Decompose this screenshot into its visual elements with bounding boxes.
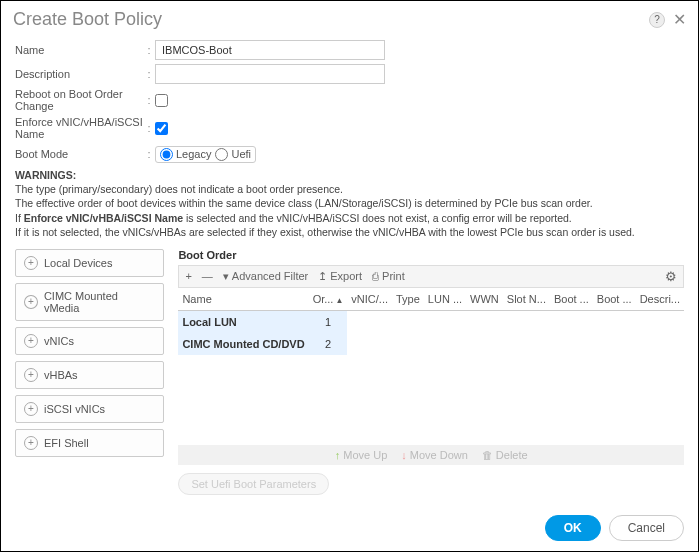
add-button[interactable]: + [185,270,191,282]
table-header-row: Name Or...▲ vNIC/... Type LUN ... WWN Sl… [178,288,684,311]
row-actions: ↑Move Up ↓Move Down 🗑Delete [178,445,684,465]
table-row[interactable]: Local LUN 1 [178,310,684,333]
warning-line-4: If it is not selected, the vNICs/vHBAs a… [15,226,635,238]
filter-label: Advanced Filter [232,270,308,282]
plus-icon: + [24,256,38,270]
advanced-filter-button[interactable]: ▾Advanced Filter [223,270,308,283]
category-iscsi-vnics[interactable]: +iSCSI vNICs [15,395,164,423]
category-label: vHBAs [44,369,78,381]
radio-legacy-label: Legacy [176,148,211,160]
bootmode-radio-group: Legacy Uefi [155,146,256,163]
category-local-devices[interactable]: +Local Devices [15,249,164,277]
reboot-checkbox[interactable] [155,94,168,107]
col-boot1[interactable]: Boot ... [550,288,593,311]
export-label: Export [330,270,362,282]
colon: : [143,44,155,56]
print-label: Print [382,270,405,282]
radio-legacy[interactable]: Legacy [160,148,211,161]
colon: : [143,122,155,134]
gear-icon[interactable]: ⚙ [665,269,677,284]
plus-icon: + [24,295,38,309]
trash-icon: 🗑 [482,449,493,461]
col-order[interactable]: Or...▲ [309,288,348,311]
table-row[interactable]: CIMC Mounted CD/DVD 2 [178,333,684,355]
warning-line-3a: If [15,212,24,224]
row-order: 2 [309,333,348,355]
col-boot2[interactable]: Boot ... [593,288,636,311]
close-icon[interactable]: ✕ [673,10,686,29]
col-slot[interactable]: Slot N... [503,288,550,311]
sort-caret-icon: ▲ [335,296,343,305]
bootmode-label: Boot Mode [15,148,143,160]
warning-line-3c: is selected and the vNIC/vHBA/iSCSI does… [183,212,572,224]
row-name: CIMC Mounted CD/DVD [178,333,308,355]
col-vnic[interactable]: vNIC/... [347,288,392,311]
radio-uefi-label: Uefi [231,148,251,160]
description-input[interactable] [155,64,385,84]
enforce-checkbox[interactable] [155,122,168,135]
category-label: Local Devices [44,257,112,269]
set-uefi-params-button: Set Uefi Boot Parameters [178,473,329,495]
delete-label: Delete [496,449,528,461]
col-wwn[interactable]: WWN [466,288,503,311]
category-efi-shell[interactable]: +EFI Shell [15,429,164,457]
name-input[interactable] [155,40,385,60]
plus-icon: + [24,368,38,382]
plus-icon: + [24,334,38,348]
remove-button[interactable]: — [202,270,213,282]
cancel-button[interactable]: Cancel [609,515,684,541]
print-button[interactable]: ⎙Print [372,270,405,282]
plus-icon: + [24,402,38,416]
warning-line-3b: Enforce vNIC/vHBA/iSCSI Name [24,212,183,224]
move-up-button[interactable]: ↑Move Up [335,449,388,461]
colon: : [143,148,155,160]
ok-button[interactable]: OK [545,515,601,541]
export-icon: ↥ [318,270,327,283]
name-label: Name [15,44,143,56]
warnings-heading: WARNINGS: [15,169,76,181]
plus-icon: + [24,436,38,450]
description-label: Description [15,68,143,80]
category-list: +Local Devices +CIMC Mounted vMedia +vNI… [15,249,164,495]
help-icon[interactable]: ? [649,12,665,28]
category-vhbas[interactable]: +vHBAs [15,361,164,389]
warning-line-2: The effective order of boot devices with… [15,197,593,209]
col-descr[interactable]: Descri... [636,288,684,311]
export-button[interactable]: ↥Export [318,270,362,283]
move-down-button[interactable]: ↓Move Down [401,449,468,461]
col-name[interactable]: Name [178,288,308,311]
boot-order-table: Name Or...▲ vNIC/... Type LUN ... WWN Sl… [178,288,684,355]
move-down-label: Move Down [410,449,468,461]
row-order: 1 [309,310,348,333]
category-label: EFI Shell [44,437,89,449]
warnings-block: WARNINGS: The type (primary/secondary) d… [1,168,698,239]
dialog-title: Create Boot Policy [13,9,162,30]
warning-line-1: The type (primary/secondary) does not in… [15,183,343,195]
radio-uefi[interactable]: Uefi [215,148,251,161]
category-label: vNICs [44,335,74,347]
col-type[interactable]: Type [392,288,424,311]
category-vnics[interactable]: +vNICs [15,327,164,355]
boot-order-title: Boot Order [178,249,684,261]
colon: : [143,94,155,106]
category-label: iSCSI vNICs [44,403,105,415]
move-up-label: Move Up [343,449,387,461]
colon: : [143,68,155,80]
boot-order-toolbar: + — ▾Advanced Filter ↥Export ⎙Print ⚙ [178,265,684,288]
category-cimc-vmedia[interactable]: +CIMC Mounted vMedia [15,283,164,321]
col-lun[interactable]: LUN ... [424,288,466,311]
enforce-label: Enforce vNIC/vHBA/iSCSI Name [15,116,143,140]
print-icon: ⎙ [372,270,379,282]
row-name: Local LUN [178,310,308,333]
reboot-label: Reboot on Boot Order Change [15,88,143,112]
up-arrow-icon: ↑ [335,449,341,461]
down-arrow-icon: ↓ [401,449,407,461]
delete-button[interactable]: 🗑Delete [482,449,528,461]
filter-icon: ▾ [223,270,229,283]
category-label: CIMC Mounted vMedia [44,290,156,314]
